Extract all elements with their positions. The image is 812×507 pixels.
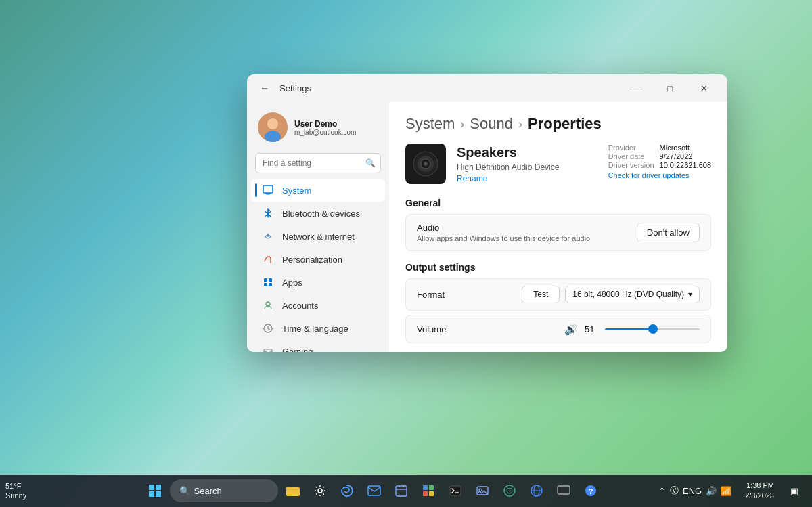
- minimize-icon: —: [632, 83, 641, 93]
- system-tray-icons: ⌃ Ⓥ ENG 🔊 📶: [658, 485, 731, 497]
- sidebar-item-network-label: Network & internet: [282, 232, 355, 242]
- sidebar-item-personalization-label: Personalization: [282, 255, 342, 265]
- user-email: m_lab@outlook.com: [294, 129, 356, 136]
- help-button[interactable]: ?: [579, 479, 603, 503]
- notification-button[interactable]: ▣: [782, 479, 807, 503]
- svg-rect-8: [269, 278, 272, 282]
- clock-time: 1:38 PM: [745, 481, 774, 491]
- device-icon: [405, 144, 446, 184]
- breadcrumb-sep1: ›: [460, 117, 464, 131]
- breadcrumb: System › Sound › Properties: [405, 115, 711, 133]
- audio-info: Audio Allow apps and Windows to use this…: [417, 223, 590, 242]
- taskbar-left: 51°F Sunny: [5, 481, 87, 501]
- breadcrumb-system[interactable]: System: [405, 115, 455, 133]
- chevron-up-icon[interactable]: ⌃: [658, 486, 666, 496]
- terminal-button[interactable]: [443, 479, 468, 503]
- audio-desc: Allow apps and Windows to use this devic…: [417, 234, 590, 242]
- breadcrumb-sep2: ›: [518, 117, 522, 131]
- calendar-button[interactable]: [389, 479, 413, 503]
- svg-rect-31: [429, 485, 434, 490]
- volume-tray-icon[interactable]: 🔊: [706, 486, 717, 496]
- windows-logo-button[interactable]: [143, 479, 167, 503]
- search-input[interactable]: [255, 153, 381, 173]
- sidebar-item-network[interactable]: Network & internet: [251, 225, 385, 248]
- user-profile[interactable]: User Demo m_lab@outlook.com: [247, 107, 389, 153]
- avatar: [258, 112, 288, 142]
- sidebar-item-system[interactable]: System: [251, 179, 385, 202]
- volume-label: Volume: [417, 324, 446, 334]
- svg-rect-33: [429, 491, 434, 496]
- sidebar-item-accounts[interactable]: Accounts: [251, 294, 385, 317]
- volume-icon: 🔊: [564, 323, 578, 336]
- device-name: Speakers: [457, 145, 559, 160]
- rename-link[interactable]: Rename: [457, 174, 559, 183]
- audio-label: Audio: [417, 223, 590, 233]
- svg-point-38: [504, 485, 515, 496]
- svg-rect-9: [264, 283, 267, 286]
- window-title: Settings: [279, 83, 311, 93]
- window-body: User Demo m_lab@outlook.com 🔍: [247, 102, 727, 352]
- chrome-button[interactable]: [497, 479, 522, 503]
- taskbar-center: 🔍 Search: [87, 479, 658, 503]
- edge-button[interactable]: [335, 479, 359, 503]
- sidebar-item-apps-label: Apps: [282, 278, 302, 288]
- driver-version-label: Driver version: [608, 161, 654, 169]
- svg-point-39: [507, 488, 512, 493]
- weather-info[interactable]: 51°F Sunny: [5, 481, 26, 501]
- sidebar-item-apps[interactable]: Apps: [251, 271, 385, 294]
- svg-rect-22: [149, 491, 154, 497]
- maximize-button[interactable]: □: [654, 77, 685, 99]
- general-section-title: General: [405, 198, 711, 208]
- store-button[interactable]: [416, 479, 441, 503]
- device-details: Speakers High Definition Audio Device Re…: [457, 145, 559, 183]
- close-icon: ✕: [700, 83, 708, 93]
- output-section: Output settings Format Test 16 bit, 4800…: [405, 262, 711, 343]
- photos-button[interactable]: [470, 479, 495, 503]
- apps-icon: [262, 276, 274, 288]
- volume-thumb[interactable]: [648, 324, 658, 334]
- user-name: User Demo: [294, 119, 356, 129]
- format-select[interactable]: 16 bit, 48000 Hz (DVD Quality) ▾: [565, 286, 700, 303]
- sidebar-item-system-label: System: [282, 185, 311, 196]
- tv-button[interactable]: [551, 479, 576, 503]
- back-button[interactable]: ←: [255, 79, 274, 97]
- settings-button[interactable]: [308, 479, 332, 503]
- breadcrumb-sound[interactable]: Sound: [470, 115, 513, 133]
- dont-allow-button[interactable]: Don't allow: [637, 223, 700, 242]
- check-driver-updates-link[interactable]: Check for driver updates: [608, 171, 711, 179]
- sidebar-item-bluetooth[interactable]: Bluetooth & devices: [251, 202, 385, 225]
- bluetooth-tray-icon[interactable]: Ⓥ: [670, 485, 679, 497]
- sidebar: User Demo m_lab@outlook.com 🔍: [247, 102, 389, 352]
- explorer-button[interactable]: [524, 479, 549, 503]
- format-chevron-icon: ▾: [688, 290, 692, 299]
- provider-value: Microsoft: [660, 144, 711, 152]
- close-button[interactable]: ✕: [688, 77, 719, 99]
- sidebar-item-personalization[interactable]: Personalization: [251, 248, 385, 271]
- svg-rect-4: [263, 185, 273, 193]
- driver-info: Provider Microsoft Driver date 9/27/2022…: [608, 144, 711, 179]
- taskbar-search[interactable]: 🔍 Search: [170, 479, 278, 502]
- file-explorer-button[interactable]: [281, 479, 305, 503]
- svg-rect-23: [156, 491, 161, 497]
- breadcrumb-current: Properties: [528, 115, 602, 133]
- svg-rect-7: [264, 278, 267, 282]
- general-section: General Audio Allow apps and Windows to …: [405, 198, 711, 251]
- minimize-button[interactable]: —: [621, 77, 652, 99]
- volume-controls: 🔊 51: [564, 322, 700, 336]
- sidebar-item-bluetooth-label: Bluetooth & devices: [282, 208, 360, 219]
- svg-rect-34: [450, 486, 461, 495]
- taskbar: 51°F Sunny 🔍 Search: [0, 475, 812, 507]
- svg-point-11: [266, 302, 270, 306]
- weather-desc: Sunny: [5, 491, 26, 500]
- network-tray-icon[interactable]: 📶: [721, 486, 731, 496]
- clock-date: 2/8/2023: [745, 491, 774, 501]
- window-controls: — □ ✕: [621, 77, 719, 99]
- test-button[interactable]: Test: [522, 286, 560, 303]
- lang-label[interactable]: ENG: [683, 486, 702, 496]
- system-clock[interactable]: 1:38 PM 2/8/2023: [740, 478, 780, 504]
- mail-button[interactable]: [362, 479, 386, 503]
- volume-slider[interactable]: [605, 322, 700, 336]
- system-icon: [262, 184, 274, 196]
- sidebar-item-gaming[interactable]: Gaming: [251, 340, 385, 352]
- sidebar-item-time[interactable]: Time & language: [251, 317, 385, 340]
